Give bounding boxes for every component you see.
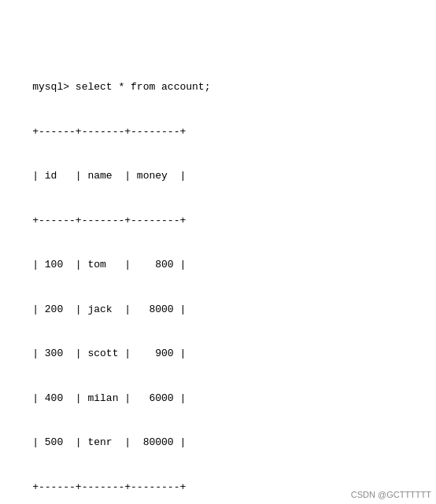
table-row-1-1: | 100 | tom | 800 |	[32, 259, 186, 270]
terminal-output: mysql> select * from account; +------+--…	[8, 6, 428, 504]
prompt-1: mysql> select * from account;	[32, 81, 210, 93]
table-row-1-5: | 500 | tenr | 80000 |	[32, 436, 186, 448]
query-block-1: mysql> select * from account; +------+--…	[8, 65, 428, 504]
table-border-bot-1: +------+-------+--------+	[32, 481, 186, 493]
watermark: CSDN @GCTTTTTT	[351, 490, 431, 499]
table-row-1-2: | 200 | jack | 8000 |	[32, 304, 186, 315]
table-border-mid-1: +------+-------+--------+	[32, 215, 186, 226]
table-row-1-4: | 400 | milan | 6000 |	[32, 392, 186, 404]
table-row-1-3: | 300 | scott | 900 |	[32, 348, 186, 359]
table-border-top-1: +------+-------+--------+	[32, 126, 186, 138]
table-header-1: | id | name | money |	[32, 170, 186, 182]
